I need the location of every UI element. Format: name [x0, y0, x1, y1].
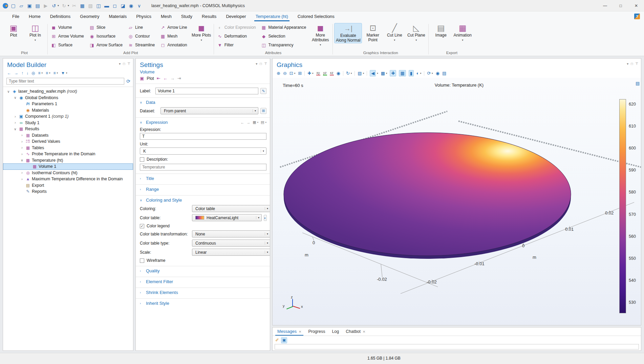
tree-chevron[interactable]: › [13, 121, 17, 124]
zoom-out-icon[interactable]: ⊖ [283, 71, 287, 76]
section-inherit-style[interactable]: ›Inherit Style [140, 301, 266, 306]
insert-expression-icon[interactable]: ▦ [253, 120, 256, 124]
panel-float-icon[interactable]: □ [260, 62, 262, 66]
replace-expression-dropdown-icon[interactable]: ▾ [265, 121, 266, 124]
deformation-button[interactable]: ∿Deformation [215, 32, 259, 41]
tree-item-materials[interactable]: ◉Materials [3, 107, 133, 114]
zoom-extents-icon[interactable]: ⊞ [298, 71, 302, 76]
tree-item-volume-1[interactable]: ▩Volume 1 [3, 163, 133, 170]
duplicate-icon[interactable]: ◫ [95, 3, 102, 8]
tree-item-probe-temperature[interactable]: ›∿Probe Temperature in the Domain [3, 151, 133, 157]
tree-filter-input[interactable] [6, 78, 124, 85]
rotate-dropdown-icon[interactable]: ▾ [351, 72, 352, 75]
expression-input[interactable] [140, 133, 266, 140]
panel-pin-icon[interactable]: ⊤ [127, 62, 130, 66]
snapshot-icon[interactable]: ◉ [436, 71, 439, 76]
tab-progress[interactable]: Progress [305, 327, 328, 336]
line-button[interactable]: ▱Line [126, 23, 158, 32]
tree-chevron[interactable]: › [20, 146, 24, 150]
section-shrink-elements[interactable]: ›Shrink Elements [140, 290, 266, 295]
save-icon[interactable]: ▣ [26, 3, 33, 8]
camera-view-icon[interactable]: ◉ [337, 71, 340, 76]
move-down-icon[interactable]: ↓ [26, 71, 28, 75]
select-box-icon[interactable]: ◻ [112, 3, 118, 8]
toolbar-overflow-icon[interactable]: ∨ [136, 3, 142, 8]
tab-definitions[interactable]: Definitions [45, 12, 76, 21]
grid-toggle-icon[interactable]: ▦ [399, 70, 406, 76]
transparency-dropdown-icon[interactable]: ▾ [386, 72, 387, 75]
open-file-icon[interactable]: ▱ [18, 3, 24, 8]
color-legend-toggle-icon[interactable]: ▮ [409, 70, 414, 76]
show-icon[interactable]: ◎ [31, 71, 35, 75]
color-legend-checkbox[interactable]: ✓ [140, 224, 144, 228]
selection-button[interactable]: ◆Selection [259, 32, 309, 41]
unit-select[interactable]: K▾ [140, 147, 266, 155]
tab-temperature-ht[interactable]: Temperature (ht) [251, 12, 293, 21]
filter-dropdown-icon[interactable]: ▾ [66, 72, 67, 74]
tree-chevron[interactable]: › [20, 152, 24, 156]
go-forward-icon[interactable]: → [14, 71, 18, 75]
isosurface-button[interactable]: ◉Isosurface [87, 32, 126, 41]
tree-item-study-1[interactable]: ›∞Study 1 [3, 120, 133, 126]
wafer-plot-svg[interactable] [273, 78, 641, 324]
surface-button[interactable]: ◧Surface [49, 41, 87, 49]
arrow-line-button[interactable]: ↗Arrow Line [158, 23, 190, 32]
annotation-button[interactable]: ◻Annotation [158, 41, 190, 49]
node-text-icon[interactable]: ≡ [53, 71, 56, 75]
rename-icon[interactable]: ✎ [260, 88, 266, 94]
tree-chevron[interactable]: ∨ [6, 90, 10, 93]
collapse-all-icon[interactable]: ≡ [46, 71, 48, 75]
insert-expression-dropdown-icon[interactable]: ▾ [257, 121, 259, 124]
default-view-dropdown-icon[interactable]: ▾ [312, 72, 314, 75]
cut-line-button[interactable]: ╱ Cut Line ▾ [384, 23, 405, 42]
maximize-button[interactable]: □ [613, 0, 628, 12]
streamline-button[interactable]: ≋Streamline [126, 41, 158, 49]
arrow-volume-button[interactable]: ⊞Arrow Volume [49, 32, 87, 41]
section-range[interactable]: ›Range [140, 187, 266, 192]
next-solution-icon[interactable]: → [170, 76, 175, 81]
tab-close-icon[interactable]: ✕ [299, 330, 301, 334]
find-icon[interactable]: ◉ [128, 3, 134, 8]
plot-in-button[interactable]: ◫ Plot In ▾ [24, 23, 46, 42]
appearance-dropdown-icon[interactable]: ▾ [420, 72, 422, 75]
zoom-in-icon[interactable]: ⊕ [277, 71, 280, 76]
plot-settings-corner-icon[interactable]: ▤ [636, 81, 640, 86]
plot-canvas[interactable]: Time=60 s Volume: Temperature (K) 620 61… [273, 78, 641, 325]
new-file-icon[interactable]: ▢ [10, 3, 16, 8]
delete-icon[interactable]: ▬ [104, 3, 110, 8]
label-field[interactable] [155, 88, 258, 94]
plot-button[interactable]: ▣ Plot [3, 23, 24, 38]
panel-pin-icon[interactable]: ⊤ [264, 62, 267, 66]
color-table-palette-icon[interactable]: ◐ [264, 215, 267, 221]
transparency-cube-icon[interactable]: ▩ [381, 71, 385, 76]
tree-chevron[interactable]: › [20, 133, 24, 137]
cut-plane-button[interactable]: ◺ Cut Plane ▾ [405, 23, 427, 42]
section-expression[interactable]: ∨Expression ← → ▦▾ ▤▾ [140, 120, 266, 125]
message-window-icon[interactable]: ▣ [281, 337, 287, 343]
print-icon[interactable]: ▤ [442, 71, 446, 76]
tab-close-icon[interactable]: ✕ [363, 330, 365, 334]
tree-item-results[interactable]: ∨▦Results [3, 126, 133, 132]
tab-log[interactable]: Log [328, 327, 342, 336]
section-quality[interactable]: ›Quality [140, 268, 266, 273]
go-back-icon[interactable]: ← [7, 71, 11, 75]
view-xz-icon[interactable]: xz [330, 71, 334, 75]
panel-menu-icon[interactable]: ▾ [119, 62, 121, 66]
expand-all-icon[interactable]: ≡ [38, 71, 40, 75]
tree-chevron[interactable]: › [13, 115, 17, 118]
tab-physics[interactable]: Physics [131, 12, 156, 21]
select-paint-icon[interactable]: ◪ [120, 3, 126, 8]
tree-chevron[interactable]: › [20, 177, 24, 181]
filter-refresh-icon[interactable]: ⟳ [126, 78, 130, 84]
tree-chevron[interactable]: › [20, 171, 24, 175]
expression-prev-icon[interactable]: ← [240, 120, 244, 124]
mesh-button[interactable]: ▦Mesh [158, 32, 190, 41]
tree-item-root[interactable]: ∨◈laser_heating_wafer.mph (root) [3, 88, 133, 95]
slice-button[interactable]: ▤Slice [87, 23, 126, 32]
tree-item-export[interactable]: ▤Export [3, 182, 133, 189]
tree-item-isothermal-contours[interactable]: ›◎Isothermal Contours (ht) [3, 170, 133, 176]
tab-materials[interactable]: Materials [104, 12, 131, 21]
section-title[interactable]: ›Title [140, 176, 266, 181]
tree-item-reports[interactable]: ✎Reports [3, 188, 133, 195]
undo-dropdown-icon[interactable]: ▾ [58, 4, 59, 7]
